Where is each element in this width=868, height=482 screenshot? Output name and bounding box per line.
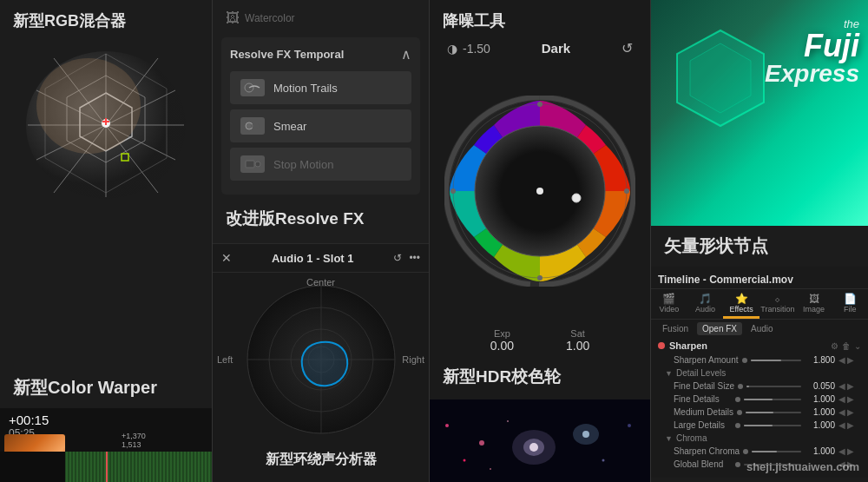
fx-item-motion-trails[interactable]: Motion Trails [230,71,411,104]
tab-transition[interactable]: ⬦ Transition [760,289,796,319]
timeline-panel: Timeline - Commercial.mov 🎬 Video 🎵 Audi… [651,267,868,478]
fuji-express-word: Express [765,62,859,86]
svg-point-19 [255,162,260,167]
collapse-icon[interactable]: ∧ [401,46,411,63]
hdr-bottom-title: 新型HDR校色轮 [430,359,574,395]
detail-levels-arrow: ▼ [665,369,673,378]
fine-details-slider[interactable] [744,399,802,400]
global-blend-dot[interactable] [735,462,740,467]
color-warper-title: 新型Color Warper [0,367,170,408]
motion-trails-icon [240,79,265,96]
tab-audio[interactable]: 🎵 Audio [687,289,724,319]
sharpen-delete-icon[interactable]: 🗑 [842,341,851,351]
sub-tab-audio[interactable]: Audio [746,322,778,335]
audio-tab-label: Audio [688,305,723,314]
audio-header: ✕ Audio 1 - Slot 1 ↺ ••• [213,244,429,273]
large-details-controls: ◀ ▶ [838,420,854,430]
exp-group: Exp 0.00 [490,328,514,353]
sharpen-chroma-slider[interactable] [752,451,801,452]
sharpen-effect: Sharpen ⚙ 🗑 ⌄ Sharpen Amount 1.800 [651,338,868,473]
fine-detail-size-dot[interactable] [738,384,743,389]
hdr-wheel-area [430,61,650,321]
sharpen-expand-icon[interactable]: ⌄ [854,341,861,351]
sharpen-amount-plus[interactable]: ▶ [847,355,854,365]
fine-detail-size-fill [746,386,749,387]
svg-point-33 [624,188,629,194]
medium-details-plus[interactable]: ▶ [847,407,854,417]
audio-tab-icon: 🎵 [688,293,723,305]
vector-top: the Fuji Express [651,0,868,226]
sat-group: Sat 1.00 [566,328,589,353]
image-tab-icon: 🖼 [797,293,832,305]
hdr-exp-value: ◑ -1.50 [447,42,490,56]
fine-detail-size-minus[interactable]: ◀ [838,381,845,391]
audio-more-icon[interactable]: ••• [409,252,420,264]
timeline-title: Timeline - Commercial.mov [658,274,861,286]
panel-vector-shape: the Fuji Express 矢量形状节点 Timeline - Comme… [651,0,868,482]
fine-detail-size-plus[interactable]: ▶ [847,381,854,391]
video-tab-icon: 🎬 [652,293,687,305]
chroma-label: Chroma [676,433,707,443]
sharpen-amount-minus[interactable]: ◀ [838,355,845,365]
file-tab-label: File [832,305,867,314]
fine-details-plus[interactable]: ▶ [847,394,854,404]
svg-point-35 [450,188,456,194]
sharpen-amount-fill [751,360,781,361]
exp-num: 0.00 [490,339,514,353]
resolve-fx-label: Resolve FX Temporal [230,48,344,61]
sub-tab-openfx[interactable]: Open FX [697,322,742,335]
effects-tab-icon: ⭐ [724,293,759,305]
fx-item-smear[interactable]: Smear [230,109,411,142]
medium-details-slider[interactable] [746,412,801,413]
fine-detail-size-row: Fine Detail Size 0.050 ◀ ▶ [658,380,861,393]
sharpen-name-row: Sharpen ⚙ 🗑 ⌄ [658,340,861,351]
sharpen-chroma-plus[interactable]: ▶ [847,446,854,456]
sharpen-chroma-minus[interactable]: ◀ [838,446,845,456]
medium-details-dot[interactable] [737,410,742,415]
medium-details-label: Medium Details [674,407,733,417]
audio-refresh-icon[interactable]: ↺ [393,252,402,264]
svg-point-41 [507,420,509,422]
dark-viz [430,399,650,482]
large-details-minus[interactable]: ◀ [838,420,845,430]
fine-detail-size-slider[interactable] [746,386,801,387]
tab-file[interactable]: 📄 File [832,289,868,319]
fine-details-minus[interactable]: ◀ [838,394,845,404]
tab-effects[interactable]: ⭐ Effects [723,289,760,319]
svg-point-40 [464,459,466,462]
large-details-slider[interactable] [744,425,802,426]
large-details-plus[interactable]: ▶ [847,420,854,430]
medium-details-controls: ◀ ▶ [838,407,854,417]
panel2-top: 🖼 Watercolor Resolve FX Temporal ∧ Motio [213,0,429,243]
fine-details-dot[interactable] [735,397,740,402]
sharpen-enabled-dot[interactable] [658,342,665,349]
main-grid: 新型RGB混合器 [0,0,868,482]
timeline-strip: +00:15 05:25 +1,3701,513 [0,408,212,482]
tab-image[interactable]: 🖼 Image [796,289,832,319]
sharpen-chroma-row: Sharpen Chroma 1.000 ◀ ▶ [658,445,861,458]
large-details-value: 1.000 [805,420,835,430]
video-tab-label: Video [652,305,687,314]
hdr-reset-icon[interactable]: ↺ [621,40,633,56]
chroma-header[interactable]: ▼ Chroma [658,432,861,445]
viz-svg [430,399,650,482]
sub-tab-fusion[interactable]: Fusion [658,322,693,335]
large-details-dot[interactable] [735,423,740,428]
audio-close-icon[interactable]: ✕ [221,251,232,265]
hdr-preset-label: Dark [542,41,570,56]
tab-video[interactable]: 🎬 Video [651,289,687,319]
fine-details-row: Fine Details 1.000 ◀ ▶ [658,393,861,406]
global-blend-label: Global Blend [674,459,732,469]
sharpen-amount-dot[interactable] [742,358,747,363]
sharpen-chroma-dot[interactable] [743,449,748,454]
watercolor-label: 🖼 Watercolor [213,0,429,33]
sharpen-settings-icon[interactable]: ⚙ [831,341,838,351]
sat-num: 1.00 [566,339,589,353]
sharpen-amount-slider[interactable] [751,360,802,361]
svg-point-39 [479,440,484,446]
watermark: sheji.jishuaiwen.com [746,460,859,473]
fx-item-stop-motion[interactable]: Stop Motion [230,148,411,181]
svg-point-30 [536,188,543,195]
detail-levels-header[interactable]: ▼ Detail Levels [658,366,861,380]
medium-details-minus[interactable]: ◀ [838,407,845,417]
